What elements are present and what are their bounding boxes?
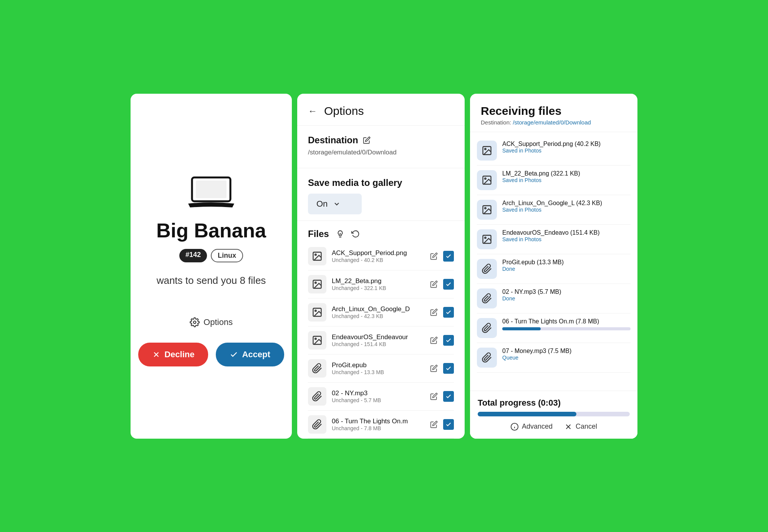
- cancel-close-icon: [564, 423, 573, 431]
- file-icon-box: [308, 387, 326, 406]
- file-actions: [430, 307, 454, 318]
- badge-id: #142: [179, 249, 207, 262]
- recv-file-item: 02 - NY.mp3 (5.7 MB) Done: [477, 284, 631, 313]
- svg-point-13: [315, 338, 316, 340]
- back-button[interactable]: ←: [308, 106, 317, 116]
- info-icon: [510, 423, 519, 431]
- save-media-dropdown[interactable]: On: [308, 194, 362, 214]
- file-item: 06 - Turn The Lights On.m Unchanged - 7.…: [308, 411, 454, 439]
- files-label: Files: [308, 229, 329, 239]
- recv-file-name: 02 - NY.mp3 (5.7 MB): [502, 288, 610, 295]
- receiving-header: Receiving files Destination: /storage/em…: [470, 94, 637, 132]
- recv-file-status: Saved in Photos: [502, 177, 631, 183]
- file-name: Arch_Linux_On_Google_D: [332, 305, 416, 313]
- total-progress-bar: [478, 412, 630, 416]
- recv-file-icon: [477, 141, 497, 161]
- recv-file-item: EndeavourOS_Endeavo (151.4 KB) Saved in …: [477, 225, 631, 254]
- recv-file-item: 07 - Money.mp3 (7.5 MB) Queue: [477, 343, 631, 373]
- edit-icon[interactable]: [363, 136, 371, 144]
- cancel-label: Cancel: [576, 423, 597, 431]
- total-progress-section: Total progress (0:03) Advanced Cancel: [470, 391, 637, 439]
- file-info: LM_22_Beta.png Unchanged - 322.1 KB: [332, 277, 430, 291]
- file-checkbox[interactable]: [443, 391, 454, 402]
- accept-button[interactable]: Accept: [216, 343, 284, 366]
- laptop-icon: [188, 174, 234, 208]
- undo-icon[interactable]: [351, 230, 360, 238]
- file-actions: [430, 391, 454, 402]
- file-item: ACK_Support_Period.png Unchanged - 40.2 …: [308, 242, 454, 270]
- file-checkbox[interactable]: [443, 363, 454, 374]
- svg-point-15: [485, 148, 486, 150]
- svg-point-2: [194, 321, 196, 323]
- recv-file-status: Queue: [502, 355, 631, 361]
- save-media-section: Save media to gallery On: [297, 168, 465, 221]
- close-icon: [152, 350, 161, 359]
- file-checkbox[interactable]: [443, 335, 454, 346]
- file-icon-box: [308, 275, 326, 293]
- files-header: Files: [308, 229, 454, 239]
- file-actions: [430, 335, 454, 346]
- file-edit-icon[interactable]: [430, 421, 438, 428]
- file-edit-icon[interactable]: [430, 252, 438, 260]
- svg-point-7: [315, 254, 316, 255]
- file-checkbox[interactable]: [443, 279, 454, 290]
- recv-file-attach-icon: [482, 323, 492, 333]
- recv-image-icon: [482, 204, 492, 215]
- recv-file-status: Done: [502, 266, 631, 272]
- check-mark-icon: [445, 365, 452, 371]
- file-edit-icon[interactable]: [430, 336, 438, 344]
- recv-file-info: ACK_Support_Period.png (40.2 KB) Saved i…: [502, 141, 631, 154]
- file-name: 06 - Turn The Lights On.m: [332, 418, 416, 425]
- file-icon-box: [308, 247, 326, 265]
- file-size: Unchanged - 151.4 KB: [332, 341, 430, 347]
- device-name: Big Banana: [156, 219, 266, 242]
- file-name: EndeavourOS_Endeavour: [332, 333, 416, 341]
- file-size: Unchanged - 42.3 KB: [332, 313, 430, 319]
- wants-text: wants to send you 8 files: [157, 275, 266, 287]
- recv-file-name: LM_22_Beta.png (322.1 KB): [502, 170, 610, 177]
- recv-file-status: Saved in Photos: [502, 207, 631, 213]
- decline-button[interactable]: Decline: [138, 343, 208, 366]
- destination-section: Destination /storage/emulated/0/Download: [297, 126, 465, 168]
- image-icon: [312, 251, 323, 262]
- total-progress-fill: [478, 412, 576, 416]
- save-media-label: Save media to gallery: [308, 177, 402, 188]
- recv-file-icon: [477, 318, 497, 338]
- file-item: LM_22_Beta.png Unchanged - 322.1 KB: [308, 270, 454, 298]
- recv-file-info: 07 - Money.mp3 (7.5 MB) Queue: [502, 348, 631, 361]
- recv-file-info: ProGit.epub (13.3 MB) Done: [502, 259, 631, 272]
- file-actions: [430, 419, 454, 430]
- file-edit-icon[interactable]: [430, 308, 438, 316]
- file-info: Arch_Linux_On_Google_D Unchanged - 42.3 …: [332, 305, 430, 319]
- back-arrow-icon: ←: [308, 106, 317, 116]
- file-checkbox[interactable]: [443, 251, 454, 262]
- file-info: 02 - NY.mp3 Unchanged - 5.7 MB: [332, 389, 430, 403]
- file-size: Unchanged - 13.3 MB: [332, 369, 430, 375]
- file-item: Arch_Linux_On_Google_D Unchanged - 42.3 …: [308, 298, 454, 326]
- file-progress-fill: [502, 327, 541, 330]
- file-edit-icon[interactable]: [430, 365, 438, 372]
- file-edit-icon[interactable]: [430, 393, 438, 400]
- cancel-button[interactable]: Cancel: [564, 423, 597, 431]
- recv-file-icon: [477, 200, 497, 220]
- total-progress-actions: Advanced Cancel: [478, 423, 630, 431]
- options-link[interactable]: Options: [190, 317, 233, 327]
- svg-point-21: [485, 237, 486, 239]
- file-item: ProGit.epub Unchanged - 13.3 MB: [308, 355, 454, 383]
- advanced-label: Advanced: [522, 423, 553, 431]
- advanced-button[interactable]: Advanced: [510, 423, 553, 431]
- file-checkbox[interactable]: [443, 307, 454, 318]
- recv-file-info: LM_22_Beta.png (322.1 KB) Saved in Photo…: [502, 170, 631, 183]
- file-checkbox[interactable]: [443, 419, 454, 430]
- middle-panel: ← Options Destination /storage/emulated/…: [297, 94, 465, 439]
- svg-point-11: [315, 310, 316, 312]
- file-name: 02 - NY.mp3: [332, 389, 416, 397]
- file-actions: [430, 251, 454, 262]
- accept-label: Accept: [242, 350, 270, 360]
- app-container: Big Banana #142 Linux wants to send you …: [131, 94, 637, 439]
- lightbulb-icon[interactable]: [336, 230, 344, 238]
- files-section: Files ACK_Support_Period.png Unchanged -…: [297, 221, 465, 439]
- file-attachment-icon: [312, 363, 323, 374]
- file-edit-icon[interactable]: [430, 280, 438, 288]
- file-icon-box: [308, 331, 326, 350]
